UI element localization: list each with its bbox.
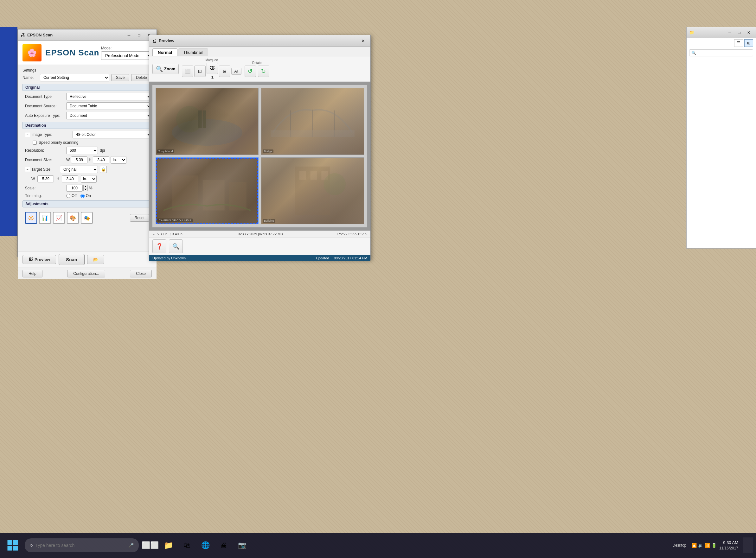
epson-logo-text: EPSON Scan [45, 48, 99, 58]
doc-source-select[interactable]: Document Table [66, 102, 152, 110]
tab-normal[interactable]: Normal [152, 48, 177, 56]
image-type-collapse[interactable]: − [25, 132, 30, 137]
taskbar-search-box[interactable]: ○ 🎤 [25, 538, 139, 552]
zoom-btn[interactable]: 🔍 Zoom [152, 64, 179, 74]
taskview-btn[interactable]: ⬜⬜ [142, 537, 158, 554]
epson-action-buttons: 🖼 Preview Scan 📂 [18, 251, 156, 268]
epson-titlebar: 🖨 EPSON Scan ─ □ ✕ [18, 29, 156, 41]
target-h-label: H [56, 177, 59, 181]
fm-minimize-btn[interactable]: ─ [725, 29, 734, 36]
svg-rect-2 [198, 110, 202, 128]
scan-btn[interactable]: Scan [58, 254, 84, 265]
epson-maximize-btn[interactable]: □ [135, 31, 144, 39]
trim-on-radio[interactable] [80, 194, 84, 198]
fm-list-view-btn[interactable]: ☰ [734, 39, 743, 47]
preview-status-bar: ↔ 5.39 in. ↕ 3.40 in. 3233 x 2039 pixels… [149, 231, 370, 237]
docsize-inputs: W H in. [66, 156, 126, 164]
docsize-w-input[interactable] [71, 156, 88, 163]
preview-maximize-btn[interactable]: □ [348, 37, 358, 45]
speed-priority-label[interactable]: Speed priority scanning [39, 140, 78, 145]
image-type-label: Image Type: [31, 132, 73, 137]
lock-aspect-btn[interactable]: 🔒 [100, 166, 107, 173]
auto-exposure-btn[interactable]: 🔆 [25, 212, 37, 224]
speed-priority-checkbox[interactable] [33, 141, 37, 145]
reset-btn[interactable]: Reset [130, 214, 149, 222]
target-w-input[interactable] [38, 175, 54, 182]
marquee-invert-btn[interactable]: ⊟ [219, 66, 230, 77]
fm-grid-view-btn[interactable]: ⊞ [744, 39, 753, 47]
resolution-select[interactable]: 600 [66, 147, 98, 154]
status-rgb: R:255 G:255 B:255 [337, 232, 367, 236]
start-button[interactable] [3, 536, 22, 555]
preview-icon: 🖼 [28, 257, 33, 262]
close-btn[interactable]: Close [130, 270, 152, 277]
rotate-ccw-btn[interactable]: ↺ [245, 66, 256, 77]
marquee-all-btn[interactable]: All [231, 68, 241, 75]
histogram-btn[interactable]: 📊 [39, 212, 51, 224]
mode-select[interactable]: Professional Mode [101, 51, 152, 60]
epson-minimize-btn[interactable]: ─ [124, 31, 134, 39]
explorer-icon[interactable]: 📁 [160, 537, 177, 554]
color-palette-btn[interactable]: 🎭 [81, 212, 93, 224]
preview-app-icon: 🖨 [152, 38, 157, 44]
epson-taskbar-icon[interactable]: 🖨 [216, 537, 232, 554]
doc-source-label: Document Source: [25, 104, 66, 108]
scale-up-btn[interactable]: ▲ [83, 185, 88, 188]
image-type-select[interactable]: 48-bit Color [73, 131, 152, 138]
svg-rect-3 [203, 110, 206, 128]
preview-titlebar: 🖨 Preview ─ □ ✕ [149, 35, 370, 47]
scan-icon-btn[interactable]: 📂 [87, 255, 104, 264]
taskbar-clock[interactable]: 9:30 AM 11/16/2017 [719, 540, 738, 551]
preview-btn[interactable]: 🖼 Preview [23, 255, 56, 264]
docsize-h-input[interactable] [93, 156, 109, 163]
marquee-selection-btn[interactable]: 🖼 [206, 63, 218, 74]
marquee-fixed-btn[interactable]: ⊡ [194, 66, 205, 77]
doc-type-row: Document Type: Reflective [23, 93, 152, 100]
rotate-cw-btn[interactable]: ↻ [258, 66, 269, 77]
search-input[interactable] [35, 543, 128, 548]
trim-off-label[interactable]: Off [66, 194, 77, 198]
fm-maximize-btn[interactable]: □ [735, 29, 743, 36]
fm-close-btn[interactable]: ✕ [744, 29, 753, 36]
preview-zoom-btn[interactable]: 🔍 [169, 239, 183, 253]
save-btn[interactable]: Save [111, 74, 129, 81]
trim-on-label[interactable]: On [80, 194, 91, 198]
updated-by: Updated by Unknown [152, 256, 186, 260]
tab-thumbnail[interactable]: Thumbnail [178, 48, 208, 56]
doc-type-select[interactable]: Reflective [66, 93, 152, 100]
epson-header: 🌸 EPSON Scan Mode: Professional Mode [18, 41, 156, 65]
trimming-label: Trimming: [25, 194, 66, 198]
trim-off-radio[interactable] [66, 194, 70, 198]
preview-window-title: Preview [159, 38, 338, 43]
marquee-normal-btn[interactable]: ⬜ [182, 66, 193, 77]
fm-search-bar [687, 48, 756, 58]
marquee-btns: ⬜ ⊡ 🖼 1 ⊟ All [182, 63, 241, 79]
show-desktop-btn[interactable] [743, 537, 753, 553]
name-label: Name: [23, 75, 40, 80]
auto-exp-select[interactable]: Document [66, 112, 152, 119]
docsize-row: Document Size: W H in. [23, 156, 152, 164]
target-select[interactable]: Original [60, 166, 98, 173]
docsize-unit-select[interactable]: in. [111, 156, 126, 164]
preview-help-btn[interactable]: ❓ [152, 239, 166, 253]
cortana-icon: ○ [30, 542, 33, 548]
clock-time: 9:30 AM [719, 540, 738, 546]
scale-input[interactable] [66, 185, 83, 192]
help-btn[interactable]: Help [23, 270, 43, 277]
name-select[interactable]: Current Setting [40, 74, 109, 81]
store-icon[interactable]: 🛍 [179, 537, 195, 554]
fm-search-input[interactable] [689, 49, 753, 56]
svg-rect-13 [311, 171, 317, 180]
target-collapse[interactable]: − [25, 167, 30, 172]
pastperfect-taskbar-icon[interactable]: 📷 [234, 537, 250, 554]
tone-correction-btn[interactable]: 📈 [53, 212, 65, 224]
target-h-input[interactable] [62, 175, 78, 182]
edge-icon[interactable]: 🌐 [197, 537, 214, 554]
file-manager-window: 📁 ─ □ ✕ ☰ ⊞ [686, 27, 756, 249]
target-unit-select[interactable]: in. [81, 175, 97, 183]
configuration-btn[interactable]: Configuration... [67, 270, 105, 277]
preview-minimize-btn[interactable]: ─ [338, 37, 347, 45]
color-balance-btn[interactable]: 🎨 [67, 212, 79, 224]
scale-down-btn[interactable]: ▼ [83, 188, 88, 191]
preview-close-btn[interactable]: ✕ [358, 37, 368, 45]
